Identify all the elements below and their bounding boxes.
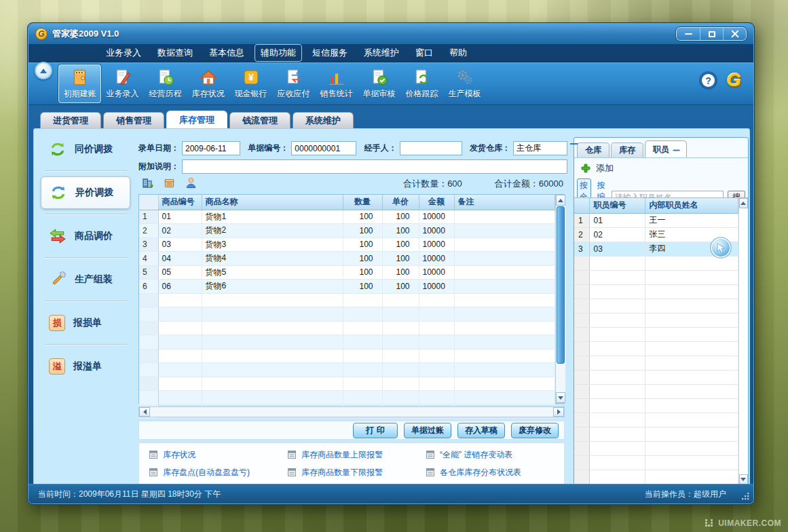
module-tab[interactable]: 进货管理 (40, 112, 101, 128)
menu-item[interactable]: 窗口 (409, 44, 439, 62)
toolbar-price-tracking-button[interactable]: 价格跟踪 (400, 64, 443, 103)
scroll-up-button[interactable] (739, 198, 749, 208)
staff-mini-icon[interactable] (185, 176, 198, 189)
col-header-staff-name[interactable]: 内部职员姓名 (645, 198, 738, 213)
sidebar-item-overflow-report[interactable]: 溢 报溢单 (41, 350, 130, 383)
module-tab[interactable]: 钱流管理 (229, 112, 290, 128)
tab-staff[interactable]: 职员 (645, 140, 687, 157)
help-icon[interactable]: ? (700, 73, 716, 88)
module-tab[interactable]: 系统维护 (293, 112, 354, 128)
item-row[interactable]: 5 05 货物5 100 100 10000 (139, 265, 555, 280)
minimize-button[interactable] (677, 28, 700, 40)
date-input[interactable] (182, 141, 240, 155)
module-tab-bar: 进货管理销售管理库存管理钱流管理系统维护 (40, 111, 354, 128)
sidebar-item-reprice[interactable]: 商品调价 (41, 220, 130, 252)
menu-item[interactable]: 业务录入 (100, 44, 147, 62)
add-staff-button[interactable]: 添加 (581, 162, 614, 174)
report-link[interactable]: 库存盘点(自动盘盈盘亏) (149, 467, 287, 478)
house-icon (200, 69, 217, 86)
sidebar-item-same-price-transfer[interactable]: 同价调拨 (41, 133, 130, 166)
menu-item[interactable]: 基本信息 (203, 44, 250, 62)
item-row[interactable]: 6 06 货物6 100 100 10000 (139, 280, 555, 294)
resize-grip[interactable] (741, 492, 750, 501)
menu-item[interactable]: 数据查询 (151, 44, 199, 62)
maximize-button[interactable] (700, 28, 723, 40)
col-header-amount[interactable]: 金额 (419, 195, 454, 210)
tab-warehouse[interactable]: 仓库 (577, 142, 609, 157)
note-input[interactable] (182, 159, 567, 174)
toolbar-production-template-button[interactable]: 生产模板 (443, 64, 486, 103)
sidebar-item-label: 报损单 (73, 317, 102, 329)
toolbar-receivable-payable-button[interactable]: 应收应付 (272, 64, 315, 103)
stock-box-mini-icon[interactable] (163, 176, 176, 189)
sidebar-item-loss-report[interactable]: 损 报损单 (41, 307, 130, 339)
sidebar-item-diff-price-transfer[interactable]: 异价调拨 (41, 176, 130, 209)
tab-divider (574, 157, 748, 158)
report-link[interactable]: 库存状况 (149, 449, 287, 461)
vertical-scrollbar[interactable] (555, 195, 565, 403)
item-qty: 100 (343, 224, 382, 238)
item-name: 货物2 (202, 224, 343, 238)
col-header-staff-code[interactable]: 职员编号 (589, 198, 645, 213)
col-header-price[interactable]: 单价 (382, 195, 419, 210)
close-button[interactable] (723, 28, 746, 40)
scroll-left-button[interactable] (139, 407, 150, 417)
horizontal-scrollbar[interactable] (138, 406, 565, 417)
menu-item[interactable]: 辅助功能 (255, 44, 302, 62)
collapse-toolbar-button[interactable] (35, 62, 52, 79)
col-header-note[interactable]: 备注 (454, 195, 555, 210)
scroll-right-button[interactable] (553, 407, 564, 417)
toolbar-business-entry-button[interactable]: 业务录入 (101, 64, 144, 103)
col-header-qty[interactable]: 数量 (343, 195, 382, 210)
menu-item[interactable]: 系统维护 (358, 44, 405, 62)
col-header-name[interactable]: 商品名称 (202, 195, 343, 210)
report-link[interactable]: 库存商品数量下限报警 (287, 467, 426, 478)
empty-row (574, 398, 738, 413)
doc-no-input[interactable] (291, 141, 356, 155)
module-tab[interactable]: 库存管理 (166, 111, 227, 128)
tab-stock[interactable]: 库存 (611, 142, 643, 157)
tab-close-icon[interactable] (673, 147, 677, 151)
scroll-up-button[interactable] (556, 195, 565, 206)
toolbar-initial-setup-button[interactable]: 初期建账 (58, 64, 101, 103)
discard-changes-button[interactable]: 废弃修改 (511, 423, 559, 438)
scrollbar-thumb[interactable] (557, 206, 565, 364)
warehouse-mini-icon[interactable] (141, 176, 154, 189)
print-button[interactable]: 打 印 (353, 423, 398, 438)
col-header-code[interactable]: 商品编号 (158, 195, 202, 210)
report-link-label: 库存商品数量上限报警 (301, 449, 383, 461)
staff-code: 03 (589, 242, 645, 256)
item-code: 04 (158, 252, 202, 266)
sidebar-divider (45, 214, 126, 215)
menu-item[interactable]: 短信服务 (306, 44, 354, 62)
report-link[interactable]: 库存商品数量上限报警 (287, 449, 426, 461)
item-row[interactable]: 3 03 货物3 100 100 10000 (139, 238, 555, 252)
item-row[interactable]: 2 02 货物2 100 100 10000 (139, 224, 555, 238)
toolbar-stock-status-button[interactable]: 库存状况 (187, 64, 229, 103)
toolbar-cash-bank-button[interactable]: ¥ 现金银行 (229, 64, 272, 103)
menu-item[interactable]: 帮助 (443, 44, 473, 62)
item-price: 100 (382, 265, 419, 280)
report-icon (426, 468, 435, 477)
sidebar-item-assembly[interactable]: 生产组装 (41, 263, 130, 296)
empty-row (139, 377, 555, 391)
post-document-button[interactable]: 单据过账 (404, 423, 451, 438)
staff-vertical-scrollbar[interactable] (738, 198, 749, 484)
module-tab[interactable]: 销售管理 (103, 112, 164, 128)
save-draft-button[interactable]: 存入草稿 (457, 423, 505, 438)
toolbar-history-button[interactable]: 经营历程 (144, 64, 187, 103)
scroll-down-button[interactable] (739, 474, 749, 484)
window-controls (676, 27, 747, 41)
warehouse-input[interactable] (513, 141, 567, 155)
scroll-down-button[interactable] (556, 392, 565, 403)
report-link[interactable]: 各仓库库存分布状况表 (426, 467, 564, 478)
report-link[interactable]: “全能” 进销存变动表 (426, 449, 564, 461)
watermark-text: UIMAKER.COM (718, 518, 781, 528)
toolbar-sales-stats-button[interactable]: 销售统计 (315, 64, 358, 103)
toolbar-button-label: 单据审核 (363, 88, 396, 100)
toolbar-doc-audit-button[interactable]: 单据审核 (358, 64, 400, 103)
handler-input[interactable] (400, 141, 462, 155)
staff-row[interactable]: 1 01 王一 (574, 213, 738, 227)
item-row[interactable]: 4 04 货物4 100 100 10000 (139, 252, 555, 266)
item-row[interactable]: 1 01 货物1 100 100 10000 (139, 210, 555, 224)
